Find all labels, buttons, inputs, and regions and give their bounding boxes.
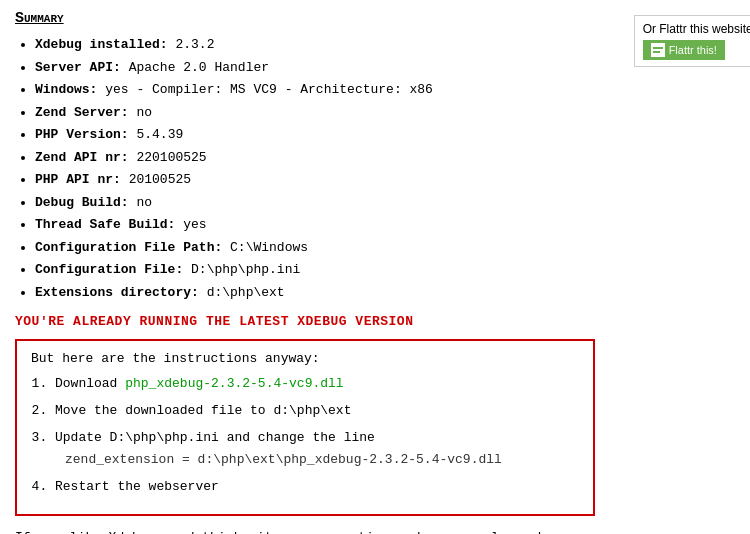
list-item: Thread Safe Build: yes — [35, 215, 595, 235]
flattr-box: Or Flattr this website: Flattr this! — [634, 15, 750, 67]
list-item: Configuration File: D:\php\php.ini — [35, 260, 595, 280]
step-1-text: Download — [55, 376, 125, 391]
svg-rect-1 — [653, 47, 663, 49]
step-2-text: Move the downloaded file to d:\php\ext — [55, 403, 351, 418]
sidebar: Or Flattr this website: Flattr this! — [605, 10, 750, 534]
step-3-text: Update D:\php\php.ini and change the lin… — [55, 430, 375, 445]
main-content: Summary Xdebug installed: 2.3.2 Server A… — [15, 10, 605, 534]
footer-text-before: If you like Xdebug, and thinks it saves … — [15, 530, 585, 534]
summary-list: Xdebug installed: 2.3.2 Server API: Apac… — [15, 35, 595, 302]
list-item: PHP API nr: 20100525 — [35, 170, 595, 190]
list-item: Server API: Apache 2.0 Handler — [35, 58, 595, 78]
list-item: Windows: yes - Compiler: MS VC9 - Archit… — [35, 80, 595, 100]
page-container: Summary Xdebug installed: 2.3.2 Server A… — [15, 10, 750, 534]
step-3: Update D:\php\php.ini and change the lin… — [55, 428, 579, 472]
summary-title: Summary — [15, 10, 595, 27]
instructions-intro: But here are the instructions anyway: — [31, 351, 579, 366]
instructions-steps: Download php_xdebug-2.3.2-5.4-vc9.dll Mo… — [31, 374, 579, 498]
instructions-box: But here are the instructions anyway: Do… — [15, 339, 595, 516]
footer-note: If you like Xdebug, and thinks it saves … — [15, 528, 595, 534]
list-item: Xdebug installed: 2.3.2 — [35, 35, 595, 55]
list-item: Zend API nr: 220100525 — [35, 148, 595, 168]
list-item: PHP Version: 5.4.39 — [35, 125, 595, 145]
flattr-button[interactable]: Flattr this! — [643, 40, 725, 60]
list-item: Zend Server: no — [35, 103, 595, 123]
already-running-heading: You're already running the latest Xdebug… — [15, 314, 595, 329]
step-4-text: Restart the webserver — [55, 479, 219, 494]
flattr-text: Or Flattr this website: — [643, 22, 750, 36]
flattr-icon — [651, 43, 665, 57]
list-item: Extensions directory: d:\php\ext — [35, 283, 595, 303]
download-link[interactable]: php_xdebug-2.3.2-5.4-vc9.dll — [125, 376, 343, 391]
list-item: Configuration File Path: C:\Windows — [35, 238, 595, 258]
step-3-code: zend_extension = d:\php\ext\php_xdebug-2… — [55, 450, 579, 471]
step-2: Move the downloaded file to d:\php\ext — [55, 401, 579, 422]
svg-rect-2 — [653, 51, 660, 53]
list-item: Debug Build: no — [35, 193, 595, 213]
flattr-button-label: Flattr this! — [669, 44, 717, 56]
svg-rect-0 — [651, 43, 665, 57]
step-4: Restart the webserver — [55, 477, 579, 498]
step-1: Download php_xdebug-2.3.2-5.4-vc9.dll — [55, 374, 579, 395]
